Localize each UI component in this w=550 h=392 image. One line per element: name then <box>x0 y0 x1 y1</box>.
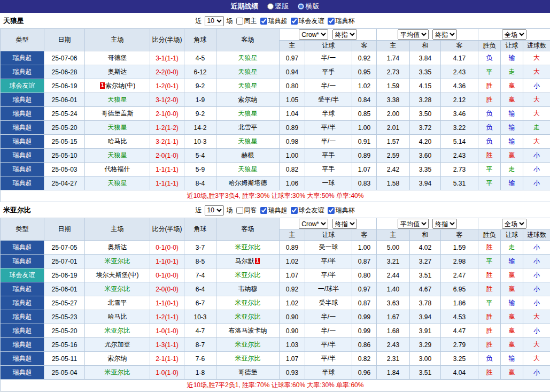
euro-away-odds-cell: 4.47 <box>441 324 478 338</box>
average-select[interactable]: 平均值 <box>398 29 429 40</box>
match-count-select[interactable]: 10 <box>205 16 224 26</box>
handicap-cell: 一/球半 <box>305 282 352 296</box>
result-goals-cell: 小 <box>523 241 550 255</box>
summary-stats: 近10场,胜3平3负4, 胜率:30% 让球率:30% 大率:50% 单率:40… <box>1 190 550 202</box>
match-row: 瑞典超 25-05-10 天狼星 2-0(1-0) 5-4 赫根 1.00 平手… <box>1 149 550 163</box>
score-cell: 2-2(0-0) <box>150 65 184 79</box>
cup-checkbox[interactable] <box>328 18 335 25</box>
match-date-cell: 25-06-28 <box>44 65 85 79</box>
allsvenskan-checkbox[interactable] <box>260 207 267 214</box>
corner-cell: 3-7 <box>184 241 216 255</box>
cup-checkbox[interactable] <box>328 207 335 214</box>
league-type-cell: 球会友谊 <box>1 268 44 282</box>
euro-home-odds-cell: 1.74 <box>377 51 410 65</box>
asian-home-odds-cell: 1.05 <box>280 93 305 107</box>
asian-home-odds-cell: 0.90 <box>280 324 305 338</box>
bookmaker-select[interactable]: Crow* <box>299 29 328 40</box>
match-date-cell: 25-05-27 <box>44 296 85 310</box>
away-team-cell: 天狼星 <box>216 163 280 176</box>
asian-home-odds-cell: 1.00 <box>280 149 305 163</box>
euro-home-odds-cell: 2.01 <box>377 121 410 135</box>
horizontal-radio[interactable] <box>298 3 304 10</box>
same-side-checkbox[interactable] <box>236 18 243 25</box>
score-cell: 1-2(1-2) <box>150 121 184 135</box>
final-index-select-2[interactable]: 终指 <box>432 29 457 40</box>
asian-home-odds-cell: 0.94 <box>280 65 305 79</box>
corner-cell: 14-2 <box>184 121 216 135</box>
league-filter-friendly[interactable]: 球会友谊 <box>289 17 324 26</box>
league-filter-allsvenskan[interactable]: 瑞典超 <box>258 206 288 215</box>
asian-away-odds-cell: 0.80 <box>352 268 377 282</box>
team-name-text: 韦纳穆 <box>238 285 258 293</box>
league-filter-friendly[interactable]: 球会友谊 <box>289 206 324 215</box>
col-header-away: 客场 <box>216 218 280 241</box>
final-index-select-2[interactable]: 终指 <box>432 219 457 229</box>
final-index-select[interactable]: 终指 <box>332 219 357 229</box>
corner-cell: 10-3 <box>184 310 216 324</box>
sub-header-euro-draw: 和 <box>410 41 441 51</box>
layout-radio-vertical[interactable]: 竖版 <box>267 2 289 11</box>
allsvenskan-checkbox[interactable] <box>260 18 267 25</box>
results-table: 类型 日期 主场 比分(半场) 角球 客场 Crow* 终指 平均值 终指 <box>0 28 550 202</box>
result-wdl-cell: 胜 <box>478 366 501 380</box>
league-filter-allsvenskan[interactable]: 瑞典超 <box>258 17 288 26</box>
match-row: 瑞典超 25-05-11 索尔纳 2-1(1-1) 7-6 米亚尔比 1.07 … <box>1 352 550 366</box>
asian-away-odds-cell: 0.84 <box>352 93 377 107</box>
sub-header-handicap: 让球 <box>305 41 352 51</box>
asian-home-odds-cell: 0.98 <box>280 135 305 149</box>
match-date-cell: 25-04-27 <box>44 176 85 190</box>
match-row: 瑞典超 25-05-15 哈马比 3-2(1-1) 10-3 天狼星 0.98 … <box>1 135 550 149</box>
section-away-team: 米亚尔比 近 10 场 同客 瑞典超 球会友谊 <box>0 202 550 391</box>
result-goals-cell: 小 <box>523 366 550 380</box>
match-row: 瑞典超 25-06-28 奥斯达 2-2(0-0) 6-12 天狼星 0.94 … <box>1 65 550 79</box>
match-date-cell: 25-05-15 <box>44 135 85 149</box>
euro-draw-odds-cell: 3.94 <box>410 310 441 324</box>
asian-odds-controls: Crow* 终指 <box>280 218 377 230</box>
match-count-select[interactable]: 10 <box>205 205 224 216</box>
same-side-filter[interactable]: 同客 <box>234 206 257 215</box>
asian-home-odds-cell: 1.02 <box>280 255 305 268</box>
match-row: 瑞典超 25-07-01 米亚尔比 1-1(0-1) 8-5 马尔默1 1.02… <box>1 255 550 268</box>
result-goals-cell: 小 <box>523 324 550 338</box>
result-wdl-cell: 平 <box>478 163 501 176</box>
league-filter-cup[interactable]: 瑞典杯 <box>326 206 355 215</box>
team-name-text: 米亚尔比 <box>235 271 261 279</box>
result-goals-cell: 大 <box>523 107 550 121</box>
team-name-text: 索尔纳 <box>238 96 258 103</box>
away-team-cell: 哥德堡 <box>216 366 280 380</box>
euro-away-odds-cell: 2.79 <box>441 338 478 352</box>
score-cell: 1-1(1-1) <box>150 176 184 190</box>
team-name-text: 哥德堡 <box>238 368 258 376</box>
team-name-text: 北雪平 <box>238 124 258 131</box>
layout-radio-horizontal[interactable]: 横版 <box>298 2 320 11</box>
match-row: 瑞典超 25-06-01 米亚尔比 2-0(0-0) 6-4 韦纳穆 0.92 … <box>1 282 550 296</box>
vertical-radio[interactable] <box>267 3 274 10</box>
euro-draw-odds-cell: 3.60 <box>410 149 441 163</box>
league-type-cell: 瑞典超 <box>1 282 44 296</box>
team-name-text: 米亚尔比 <box>105 285 130 293</box>
same-side-filter[interactable]: 同主 <box>234 17 257 26</box>
league-type-cell: 瑞典超 <box>1 121 44 135</box>
friendly-checkbox[interactable] <box>291 18 298 25</box>
team-name-text: 奥斯达 <box>108 243 127 251</box>
home-team-cell: 哥德堡盖斯 <box>85 107 150 121</box>
corner-cell: 6-4 <box>184 282 216 296</box>
result-wdl-cell: 负 <box>478 121 501 135</box>
same-side-checkbox[interactable] <box>236 207 243 214</box>
score-cell: 0-1(0-0) <box>150 241 184 255</box>
match-date-cell: 25-05-24 <box>44 107 85 121</box>
away-team-cell: 索尔纳 <box>216 93 280 107</box>
league-filter-cup[interactable]: 瑞典杯 <box>326 17 355 26</box>
average-select[interactable]: 平均值 <box>398 219 429 229</box>
friendly-checkbox[interactable] <box>291 207 298 214</box>
match-row: 瑞典超 25-04-27 天狼星 1-1(1-1) 8-4 哈尔姆斯塔德 1.0… <box>1 176 550 190</box>
result-wdl-cell: 平 <box>478 296 501 310</box>
scope-select[interactable]: 全场 <box>502 219 526 229</box>
euro-home-odds-cell: 2.43 <box>377 338 410 352</box>
red-card-badge: 1 <box>255 258 260 264</box>
bookmaker-select[interactable]: Crow* <box>299 219 328 229</box>
scope-select[interactable]: 全场 <box>502 29 526 40</box>
result-goals-cell: 大 <box>523 135 550 149</box>
final-index-select[interactable]: 终指 <box>332 29 357 40</box>
result-goals-cell: 小 <box>523 296 550 310</box>
